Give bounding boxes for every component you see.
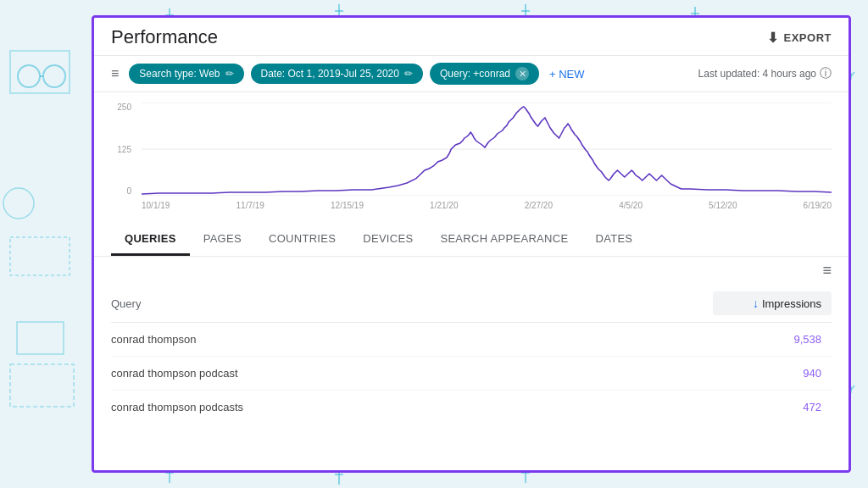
impressions-value: 9,538	[713, 333, 832, 346]
query-label: Query: +conrad	[440, 68, 510, 80]
table-area: ≡ Query ↓ Impressions conrad thompson 9,…	[94, 257, 849, 424]
y-label-0: 0	[126, 186, 131, 196]
x-label-0: 10/1/19	[142, 201, 170, 210]
y-label-125: 125	[117, 145, 131, 154]
x-label-3: 1/21/20	[430, 201, 458, 210]
filter-icon[interactable]: ≡	[111, 66, 119, 81]
chart-area: 250 125 0 10/1/19 11/7/19 12/15/19 1/21/	[94, 92, 849, 224]
table-row[interactable]: conrad thompson podcast 940	[111, 357, 832, 391]
svg-point-9	[3, 188, 34, 219]
export-button[interactable]: ⬇ EXPORT	[767, 30, 832, 46]
impressions-value: 940	[713, 367, 832, 380]
y-axis-labels: 250 125 0	[111, 103, 136, 196]
export-icon: ⬇	[767, 30, 779, 46]
date-range-chip[interactable]: Date: Oct 1, 2019-Jul 25, 2020 ✏	[251, 64, 423, 84]
impressions-value: 472	[713, 401, 832, 413]
main-card: Performance ⬇ EXPORT ≡ Search type: Web …	[92, 15, 851, 473]
tab-queries[interactable]: QUERIES	[111, 224, 190, 256]
col-impressions-header[interactable]: ↓ Impressions	[713, 291, 832, 315]
svg-rect-32	[10, 364, 74, 407]
last-updated-text: Last updated: 4 hours ago	[698, 68, 816, 80]
svg-point-30	[43, 65, 65, 87]
table-header: Query ↓ Impressions	[111, 285, 832, 323]
col-impressions-label: Impressions	[762, 297, 821, 310]
tab-dates[interactable]: DATES	[581, 224, 646, 256]
tab-search-appearance[interactable]: SEARCH APPEARANCE	[426, 224, 581, 256]
x-label-6: 5/12/20	[709, 201, 737, 210]
table-row[interactable]: conrad thompson podcasts 472	[111, 391, 832, 424]
new-filter-button[interactable]: + NEW	[549, 68, 585, 80]
tab-pages[interactable]: PAGES	[190, 224, 255, 256]
search-type-edit-icon: ✏	[225, 68, 234, 80]
page-title: Performance	[111, 26, 218, 48]
x-label-7: 6/19/20	[804, 201, 832, 210]
tab-devices[interactable]: DEVICES	[349, 224, 426, 256]
col-query-header: Query	[111, 297, 713, 310]
chart-svg	[142, 103, 832, 196]
svg-rect-11	[17, 322, 64, 354]
search-type-chip[interactable]: Search type: Web ✏	[129, 64, 243, 84]
query-text: conrad thompson podcast	[111, 367, 713, 380]
table-toolbar: ≡	[111, 257, 832, 285]
filter-bar: ≡ Search type: Web ✏ Date: Oct 1, 2019-J…	[94, 56, 849, 92]
svg-line-22	[851, 385, 854, 390]
svg-point-29	[18, 65, 40, 87]
search-type-label: Search type: Web	[139, 68, 220, 80]
date-range-label: Date: Oct 1, 2019-Jul 25, 2020	[261, 68, 399, 80]
date-edit-icon: ✏	[404, 68, 413, 80]
chart-container: 250 125 0 10/1/19 11/7/19 12/15/19 1/21/	[111, 103, 832, 213]
query-close-icon[interactable]: ✕	[515, 67, 529, 80]
query-text: conrad thompson podcasts	[111, 401, 713, 413]
new-button-label: + NEW	[549, 68, 585, 80]
x-label-4: 2/27/20	[525, 201, 553, 210]
info-icon: ⓘ	[820, 66, 832, 81]
x-axis-labels: 10/1/19 11/7/19 12/15/19 1/21/20 2/27/20…	[142, 197, 832, 213]
card-header: Performance ⬇ EXPORT	[94, 18, 849, 56]
query-text: conrad thompson	[111, 333, 713, 346]
svg-rect-10	[10, 237, 70, 275]
table-row[interactable]: conrad thompson 9,538	[111, 323, 832, 357]
y-label-250: 250	[117, 103, 131, 112]
export-label: EXPORT	[784, 31, 832, 44]
sort-icon: ↓	[753, 297, 759, 310]
svg-line-16	[851, 72, 854, 76]
table-filter-icon[interactable]: ≡	[822, 262, 832, 280]
last-updated: Last updated: 4 hours ago ⓘ	[698, 66, 832, 81]
x-label-2: 12/15/19	[331, 201, 364, 210]
x-label-1: 11/7/19	[236, 201, 264, 210]
tabs-bar: QUERIES PAGES COUNTRIES DEVICES SEARCH A…	[94, 224, 849, 257]
x-label-5: 4/5/20	[619, 201, 643, 210]
query-chip[interactable]: Query: +conrad ✕	[430, 63, 539, 85]
svg-rect-8	[10, 51, 70, 93]
tab-countries[interactable]: COUNTRIES	[255, 224, 349, 256]
